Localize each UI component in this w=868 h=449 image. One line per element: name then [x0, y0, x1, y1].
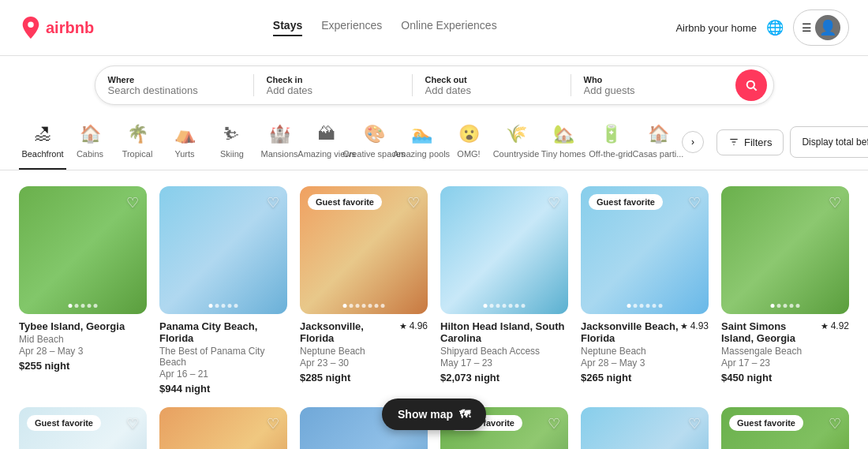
category-tiny-homes[interactable]: 🏡 Tiny homes — [540, 124, 587, 170]
listing-card-3[interactable]: Guest favorite ♡ Jacksonville, Florida ★ — [300, 186, 428, 395]
dot — [509, 304, 513, 308]
category-creative-spaces[interactable]: 🎨 Creative spaces — [350, 124, 398, 170]
off-the-grid-icon: 🔋 — [600, 124, 622, 144]
wishlist-button-12[interactable]: ♡ — [829, 415, 841, 432]
wishlist-button-1[interactable]: ♡ — [126, 194, 139, 211]
where-input[interactable] — [108, 84, 241, 96]
airbnb-home-link[interactable]: Airbnb your home — [675, 22, 757, 34]
where-label: Where — [108, 75, 241, 84]
listing-info-3: Jacksonville, Florida ★ 4.96 Neptune Bea… — [300, 314, 428, 384]
checkout-input[interactable] — [425, 84, 558, 96]
dot — [653, 304, 657, 308]
category-tropical[interactable]: 🌴 Tropical — [114, 124, 161, 170]
who-section[interactable]: Who — [571, 69, 729, 103]
filters-label: Filters — [744, 137, 772, 148]
listing-image-1: ♡ — [19, 186, 147, 314]
where-section[interactable]: Where — [95, 69, 253, 103]
wishlist-button-5[interactable]: ♡ — [688, 194, 701, 211]
guest-favorite-badge-12: Guest favorite — [729, 415, 803, 431]
listing-card-12[interactable]: Guest favorite ♡ — [721, 407, 849, 449]
skiing-icon: ⛷ — [223, 124, 241, 144]
casas-label: Casas parti... — [633, 149, 684, 159]
star-icon-6: ★ — [821, 321, 829, 331]
listing-subtitle-3: Neptune Beach — [300, 346, 428, 357]
svg-point-0 — [746, 81, 754, 88]
nav-online-experiences[interactable]: Online Experiences — [401, 19, 496, 36]
category-amazing-views[interactable]: 🏔 Amazing views — [303, 124, 350, 170]
wishlist-button-7[interactable]: ♡ — [126, 415, 139, 432]
category-mansions[interactable]: 🏰 Mansions — [256, 124, 303, 170]
star-icon-3: ★ — [399, 321, 407, 331]
wishlist-button-8[interactable]: ♡ — [267, 415, 279, 432]
avatar: 👤 — [815, 15, 840, 40]
listing-subtitle-2: The Best of Panama City Beach — [159, 346, 287, 368]
tropical-icon: 🌴 — [127, 124, 148, 144]
dot — [234, 304, 238, 308]
search-button[interactable] — [735, 69, 767, 101]
listing-card-4[interactable]: ♡ Hilton Head Island, South Carolina Shi… — [440, 186, 568, 395]
checkin-section[interactable]: Check in — [254, 69, 412, 103]
listing-card-2[interactable]: ♡ Panama City Beach, Florida The Best of… — [159, 186, 287, 395]
wishlist-button-11[interactable]: ♡ — [688, 415, 701, 432]
who-input[interactable] — [584, 84, 716, 96]
checkin-input[interactable] — [267, 84, 399, 96]
dot-indicators-6 — [771, 304, 800, 308]
map-icon: 🗺 — [459, 408, 470, 421]
amazing-pools-icon: 🏊 — [411, 124, 432, 144]
category-skiing[interactable]: ⛷ Skiing — [208, 124, 256, 170]
listing-card-6[interactable]: ♡ Saint Simons Island, Georgia ★ 4.92 Ma… — [721, 186, 849, 395]
hamburger-icon: ☰ — [802, 21, 812, 34]
search-icon — [745, 79, 758, 92]
tiny-homes-label: Tiny homes — [541, 149, 586, 159]
dot-indicators-3 — [343, 304, 385, 308]
listing-rating-3: ★ 4.96 — [399, 320, 428, 331]
nav-stays[interactable]: Stays — [273, 19, 302, 36]
listing-info-2: Panama City Beach, Florida The Best of P… — [159, 314, 287, 395]
listing-card-8[interactable]: ♡ — [159, 407, 287, 449]
profile-menu[interactable]: ☰ 👤 — [793, 9, 849, 46]
listing-location-4: Hilton Head Island, South Carolina — [440, 320, 568, 344]
dot — [490, 304, 494, 308]
checkout-section[interactable]: Check out — [413, 69, 571, 103]
dot — [75, 304, 79, 308]
category-countryside[interactable]: 🌾 Countryside — [492, 124, 540, 170]
who-label: Who — [584, 75, 716, 84]
listing-info-6: Saint Simons Island, Georgia ★ 4.92 Mass… — [721, 314, 849, 384]
category-casas[interactable]: 🏠 Casas parti... — [634, 124, 682, 170]
filter-icon — [728, 137, 739, 148]
listing-title-row-1: Tybee Island, Georgia — [19, 320, 147, 332]
globe-icon[interactable]: 🌐 — [766, 19, 784, 36]
category-off-the-grid[interactable]: 🔋 Off-the-grid — [587, 124, 634, 170]
category-beachfront[interactable]: 🏖 Beachfront — [19, 124, 66, 170]
logo[interactable]: airbnb — [19, 16, 94, 39]
category-cabins[interactable]: 🏠 Cabins — [66, 124, 114, 170]
dot — [69, 304, 73, 308]
wishlist-button-3[interactable]: ♡ — [407, 194, 420, 211]
wishlist-button-6[interactable]: ♡ — [829, 194, 841, 211]
creative-spaces-icon: 🎨 — [364, 124, 385, 144]
wishlist-button-10[interactable]: ♡ — [548, 415, 560, 432]
filters-button[interactable]: Filters — [716, 129, 784, 155]
show-map-button[interactable]: Show map 🗺 — [382, 398, 486, 430]
listing-subtitle-4: Shipyard Beach Access — [440, 346, 568, 357]
wishlist-button-2[interactable]: ♡ — [267, 194, 279, 211]
listing-card-11[interactable]: ♡ — [581, 407, 709, 449]
dot — [369, 304, 372, 308]
category-amazing-pools[interactable]: 🏊 Amazing pools — [398, 124, 445, 170]
wishlist-button-4[interactable]: ♡ — [548, 194, 560, 211]
nav-experiences[interactable]: Experiences — [321, 19, 382, 36]
category-omg[interactable]: 😮 OMG! — [445, 124, 492, 170]
listing-image-7: Guest favorite ♡ — [19, 407, 147, 449]
amazing-views-icon: 🏔 — [318, 124, 335, 144]
logo-text: airbnb — [46, 19, 94, 37]
listing-card-7[interactable]: Guest favorite ♡ — [19, 407, 147, 449]
amazing-pools-label: Amazing pools — [393, 149, 450, 159]
listing-title-row-3: Jacksonville, Florida ★ 4.96 — [300, 320, 428, 344]
guest-favorite-badge-7: Guest favorite — [27, 415, 101, 431]
listing-card-1[interactable]: ♡ Tybee Island, Georgia Mid Beach Apr 28… — [19, 186, 147, 395]
tropical-label: Tropical — [122, 149, 153, 159]
listing-card-5[interactable]: Guest favorite ♡ Jacksonville Beach, Flo… — [581, 186, 709, 395]
dot — [771, 304, 775, 308]
category-scroll-right[interactable]: › — [682, 131, 704, 153]
category-yurts[interactable]: ⛺ Yurts — [161, 124, 208, 170]
